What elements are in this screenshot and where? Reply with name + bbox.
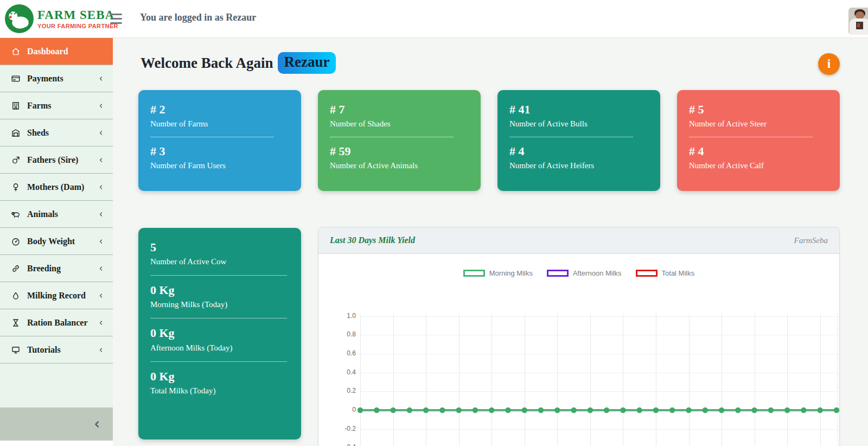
- y-axis-tick-label: 0: [333, 406, 356, 413]
- sidebar-item-sheds[interactable]: Sheds: [0, 119, 113, 146]
- farm-building-icon: [11, 101, 21, 111]
- sidebar-item-label: Payments: [27, 74, 63, 84]
- user-avatar[interactable]: [848, 8, 868, 35]
- chevron-left-icon: [98, 347, 104, 353]
- legend-item-morning-milks[interactable]: Morning Milks: [463, 269, 533, 277]
- stat-label: Number of Shades: [330, 119, 468, 129]
- milk-value: 0 Kg: [150, 327, 288, 340]
- milk-label: Number of Active Cow: [150, 257, 288, 266]
- sidebar-item-mothers-dam[interactable]: Mothers (Dam): [0, 174, 113, 201]
- card-divider: [150, 137, 274, 137]
- sidebar-item-ration-balancer[interactable]: Ration Balancer: [0, 309, 113, 336]
- card-divider: [150, 361, 287, 362]
- stat-label: Number of Farm Users: [150, 161, 288, 170]
- welcome-text: Welcome Back Again: [141, 55, 273, 72]
- stat-label: Number of Active Bulls: [509, 119, 647, 129]
- farm-seba-dashboard: FARM SEBA YOUR FARMING PARTNER You are l…: [0, 0, 868, 446]
- info-button[interactable]: i: [818, 53, 840, 75]
- sidebar-item-animals[interactable]: Animals: [0, 201, 113, 228]
- stat-value: # 4: [509, 145, 647, 158]
- chart-panel-header: Last 30 Days Milk Yield FarmSeba: [318, 227, 839, 254]
- sidebar-nav: DashboardPaymentsFarmsShedsFathers (Sire…: [0, 38, 113, 364]
- stat-cards-row: # 2Number of Farms# 3Number of Farm User…: [138, 90, 840, 191]
- y-axis-tick-label: -0.4: [333, 443, 356, 446]
- legend-item-afternoon-milks[interactable]: Afternoon Milks: [547, 269, 622, 277]
- stat-label: Number of Active Calf: [689, 161, 827, 170]
- legend-item-total-milks[interactable]: Total Milks: [636, 269, 695, 277]
- sidebar-item-tutorials[interactable]: Tutorials: [0, 336, 113, 364]
- card-divider: [509, 137, 633, 137]
- card-divider: [689, 137, 813, 137]
- sidebar-item-label: Tutorials: [27, 345, 61, 355]
- brand-title: FARM SEBA: [37, 9, 118, 21]
- y-axis-tick-label: -0.2: [333, 425, 356, 432]
- legend-label: Total Milks: [662, 269, 695, 277]
- sidebar-item-body-weight[interactable]: Body Weight: [0, 228, 113, 255]
- sidebar-item-fathers-sire[interactable]: Fathers (Sire): [0, 146, 113, 174]
- info-icon: i: [827, 57, 831, 71]
- y-axis-tick-label: 0.2: [333, 387, 356, 394]
- y-axis-tick-label: 1.0: [333, 312, 356, 320]
- sidebar-item-label: Animals: [27, 209, 58, 219]
- main-content: Welcome Back Again Rezaur i # 2Number of…: [113, 38, 868, 446]
- chevron-left-icon: [98, 292, 104, 299]
- milk-label: Total Milks (Today): [150, 386, 288, 396]
- cow-icon: [11, 209, 21, 219]
- sidebar-item-label: Sheds: [27, 128, 49, 138]
- y-axis-tick-label: 0.4: [333, 368, 356, 376]
- stat-label: Number of Farms: [150, 119, 288, 129]
- milk-value: 0 Kg: [150, 370, 288, 383]
- y-axis-tick-label: 0.6: [333, 349, 356, 357]
- stat-card-number-of-active-bulls: # 41Number of Active Bulls# 4Number of A…: [497, 90, 660, 191]
- sidebar-filler: [0, 364, 113, 407]
- sidebar-item-breeding[interactable]: Breeding: [0, 255, 113, 282]
- chevron-left-icon: [98, 157, 104, 163]
- stat-card-number-of-active-steer: # 5Number of Active Steer# 4Number of Ac…: [677, 90, 840, 191]
- stat-value: # 5: [689, 103, 827, 116]
- login-status-text: You are logged in as Rezaur: [140, 12, 256, 23]
- shed-icon: [11, 128, 21, 138]
- sidebar-item-farms[interactable]: Farms: [0, 92, 113, 119]
- legend-label: Morning Milks: [489, 269, 533, 277]
- stat-value: # 3: [150, 145, 288, 158]
- legend-swatch-icon: [636, 270, 658, 277]
- chevron-left-icon: [98, 238, 104, 245]
- sidebar-collapse-button[interactable]: [0, 407, 113, 441]
- sidebar-item-label: Breeding: [27, 264, 61, 273]
- card-divider: [150, 318, 287, 318]
- sidebar-item-payments[interactable]: Payments: [0, 65, 113, 92]
- brand-subtitle: YOUR FARMING PARTNER: [37, 23, 118, 29]
- sidebar-item-milking-record[interactable]: Milking Record: [0, 282, 113, 309]
- chevron-left-icon: [98, 320, 104, 326]
- stat-value: # 7: [330, 103, 468, 116]
- chart-legend: Morning MilksAfternoon MilksTotal Milks: [318, 269, 839, 277]
- farm-seba-logo-icon: [4, 4, 34, 34]
- chevron-left-icon: [98, 130, 104, 136]
- legend-swatch-icon: [547, 270, 569, 277]
- sidebar-item-dashboard[interactable]: Dashboard: [0, 38, 113, 65]
- chart-title: Last 30 Days Milk Yield: [330, 235, 415, 245]
- chart-body: Morning MilksAfternoon MilksTotal Milks …: [318, 254, 839, 446]
- chevron-left-icon: [98, 103, 104, 109]
- brand-logo[interactable]: FARM SEBA YOUR FARMING PARTNER: [4, 4, 118, 34]
- chevron-left-icon: [98, 265, 104, 272]
- stat-label: Number of Active Animals: [330, 161, 468, 170]
- stat-label: Number of Active Steer: [689, 119, 827, 129]
- sidebar-item-label: Milking Record: [27, 291, 86, 301]
- stat-value: # 41: [509, 103, 647, 116]
- sidebar-item-label: Dashboard: [27, 47, 68, 56]
- link-icon: [11, 264, 21, 273]
- credit-card-icon: [11, 74, 21, 84]
- chart-watermark: FarmSeba: [794, 236, 828, 245]
- top-header: FARM SEBA YOUR FARMING PARTNER You are l…: [0, 0, 868, 38]
- sidebar-item-label: Mothers (Dam): [27, 182, 84, 192]
- card-divider: [150, 275, 287, 276]
- stat-card-number-of-farms: # 2Number of Farms# 3Number of Farm User…: [138, 90, 301, 191]
- legend-swatch-icon: [463, 270, 485, 277]
- stat-card-number-of-shades: # 7Number of Shades# 59Number of Active …: [318, 90, 481, 191]
- sidebar-item-label: Body Weight: [27, 237, 75, 246]
- milk-label: Morning Milks (Today): [150, 300, 288, 309]
- stat-value: # 4: [689, 145, 827, 158]
- hamburger-menu-icon[interactable]: [110, 14, 122, 24]
- hourglass-icon: [11, 318, 21, 328]
